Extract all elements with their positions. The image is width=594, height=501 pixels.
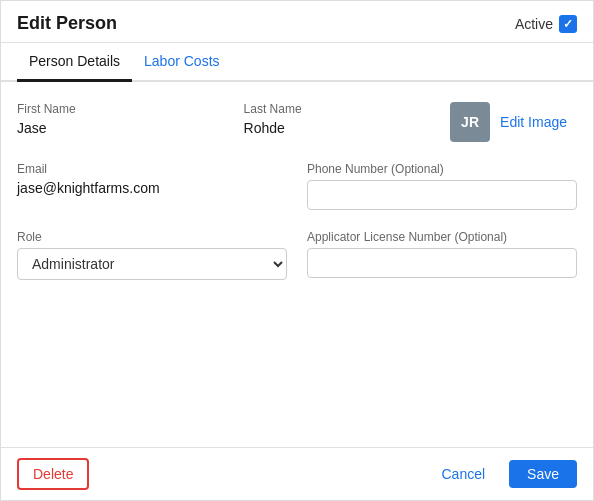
applicator-license-label: Applicator License Number (Optional) <box>307 230 577 244</box>
page-title: Edit Person <box>17 13 117 34</box>
active-label: Active <box>515 16 553 32</box>
tabs-bar: Person Details Labor Costs <box>1 43 593 82</box>
avatar: JR <box>450 102 490 142</box>
role-label: Role <box>17 230 287 244</box>
tab-person-details[interactable]: Person Details <box>17 43 132 82</box>
tab-labor-costs[interactable]: Labor Costs <box>132 43 231 82</box>
applicator-license-input[interactable] <box>307 248 577 278</box>
name-avatar-row: First Name Jase Last Name Rohde JR Edit … <box>17 102 577 142</box>
email-group: Email jase@knightfarms.com <box>17 162 287 210</box>
phone-label: Phone Number (Optional) <box>307 162 577 176</box>
first-name-label: First Name <box>17 102 224 116</box>
phone-input[interactable] <box>307 180 577 210</box>
last-name-label: Last Name <box>244 102 451 116</box>
header: Edit Person Active <box>1 1 593 43</box>
email-phone-row: Email jase@knightfarms.com Phone Number … <box>17 162 577 210</box>
active-checkbox[interactable] <box>559 15 577 33</box>
footer-right: Cancel Save <box>427 460 577 488</box>
name-fields: First Name Jase Last Name Rohde <box>17 102 450 136</box>
active-section: Active <box>515 15 577 33</box>
role-group: Role Administrator Manager Employee <box>17 230 287 280</box>
last-name-value: Rohde <box>244 120 451 136</box>
role-license-row: Role Administrator Manager Employee Appl… <box>17 230 577 280</box>
last-name-group: Last Name Rohde <box>244 102 451 136</box>
email-value: jase@knightfarms.com <box>17 180 287 196</box>
save-button[interactable]: Save <box>509 460 577 488</box>
phone-group: Phone Number (Optional) <box>307 162 577 210</box>
first-name-value: Jase <box>17 120 224 136</box>
role-select[interactable]: Administrator Manager Employee <box>17 248 287 280</box>
form-content: First Name Jase Last Name Rohde JR Edit … <box>1 82 593 447</box>
footer: Delete Cancel Save <box>1 447 593 500</box>
cancel-button[interactable]: Cancel <box>427 460 499 488</box>
delete-button[interactable]: Delete <box>17 458 89 490</box>
edit-image-link[interactable]: Edit Image <box>500 114 567 130</box>
applicator-license-group: Applicator License Number (Optional) <box>307 230 577 280</box>
first-name-group: First Name Jase <box>17 102 224 136</box>
page-container: Edit Person Active Person Details Labor … <box>0 0 594 501</box>
email-label: Email <box>17 162 287 176</box>
avatar-section: JR Edit Image <box>450 102 577 142</box>
